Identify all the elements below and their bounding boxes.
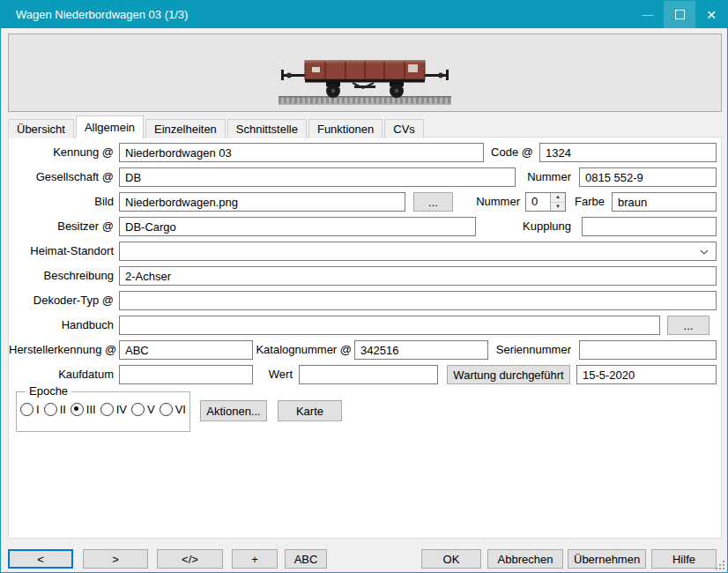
code-input[interactable] <box>539 143 717 162</box>
tab-cvs[interactable]: CVs <box>384 119 424 138</box>
radio-icon <box>160 403 173 416</box>
bild-input[interactable] <box>119 192 405 212</box>
maximize-button[interactable] <box>664 1 695 28</box>
aktionen-button[interactable]: Aktionen... <box>200 400 267 421</box>
wagon-image <box>277 42 453 111</box>
beschreibung-label: Beschreibung <box>9 266 114 286</box>
dekoder-typ-input[interactable] <box>119 291 717 310</box>
beschreibung-input[interactable] <box>119 266 717 286</box>
wert-label: Wert <box>212 365 293 384</box>
code-view-button[interactable]: </> <box>157 549 223 569</box>
epoche-radio-3[interactable]: III <box>71 403 96 416</box>
chevron-down-icon <box>700 249 709 255</box>
heimat-standort-label: Heimat-Standort <box>9 242 114 261</box>
handbuch-input[interactable] <box>119 316 660 335</box>
herstellerkennung-input[interactable] <box>119 340 253 360</box>
heimat-standort-combobox[interactable] <box>119 242 717 261</box>
tab-allgemein[interactable]: Allgemein <box>76 115 144 138</box>
farbe-label: Farbe <box>520 192 605 212</box>
tab-strip: Übersicht Allgemein Einzelheiten Schnitt… <box>8 115 424 138</box>
epoche-radio-2[interactable]: II <box>44 403 66 416</box>
handbuch-browse-button[interactable]: ... <box>667 316 709 335</box>
gesellschaft-input[interactable] <box>119 167 516 187</box>
besitzer-input[interactable] <box>119 217 476 236</box>
epoche-legend: Epoche <box>26 384 71 398</box>
abc-button[interactable]: ABC <box>285 549 327 569</box>
radio-icon <box>44 403 57 416</box>
nummer-input[interactable] <box>579 167 717 187</box>
resize-grip[interactable] <box>714 559 724 569</box>
apply-button[interactable]: Übernehmen <box>568 549 646 569</box>
epoche-groupbox: Epoche I II III IV V VI <box>16 391 190 432</box>
ok-button[interactable]: OK <box>421 549 481 569</box>
radio-icon <box>20 403 33 416</box>
radio-icon <box>100 403 114 416</box>
epoche-radio-4[interactable]: IV <box>100 403 127 416</box>
help-button[interactable]: Hilfe <box>651 549 717 569</box>
wert-input[interactable] <box>299 365 438 384</box>
epoche-radio-5-label: V <box>147 403 155 416</box>
karte-button[interactable]: Karte <box>278 400 342 421</box>
epoche-radio-1[interactable]: I <box>20 403 40 416</box>
tab-page-allgemein: Kennung @ Code @ Gesellschaft @ Nummer B… <box>8 137 722 539</box>
epoche-radio-1-label: I <box>36 403 40 416</box>
dekoder-typ-label: Dekoder-Typ @ <box>9 291 114 310</box>
add-button[interactable]: + <box>232 549 278 569</box>
tab-funktionen[interactable]: Funktionen <box>308 119 383 138</box>
titlebar[interactable]: Wagen Niederbordwagen 03 (1/3) — ✕ <box>1 1 727 28</box>
kaufdatum-label: Kaufdatum <box>9 365 114 384</box>
radio-icon <box>71 403 84 416</box>
kennung-input[interactable] <box>119 143 484 162</box>
kupplung-input[interactable] <box>582 217 717 236</box>
gesellschaft-label: Gesellschaft @ <box>9 167 114 187</box>
handbuch-label: Handbuch <box>9 316 114 335</box>
wartung-datum-input[interactable] <box>576 365 717 384</box>
epoche-radio-5[interactable]: V <box>131 403 155 416</box>
epoche-radio-3-label: III <box>86 403 96 416</box>
besitzer-label: Besitzer @ <box>9 217 114 236</box>
wartung-durchgefuehrt-button[interactable]: Wartung durchgeführt <box>447 365 570 384</box>
seriennummer-label: Seriennummer <box>467 340 571 360</box>
close-icon: ✕ <box>706 8 717 22</box>
nummer-label: Nummer <box>467 167 571 187</box>
epoche-radio-6-label: VI <box>175 403 186 416</box>
tab-uebersicht[interactable]: Übersicht <box>8 119 74 138</box>
epoche-radio-6[interactable]: VI <box>160 403 186 416</box>
window-title: Wagen Niederbordwagen 03 (1/3) <box>16 1 188 28</box>
next-record-button[interactable]: > <box>83 549 148 569</box>
farbe-input[interactable] <box>612 192 717 212</box>
bild-label: Bild <box>9 192 114 212</box>
seriennummer-input[interactable] <box>579 340 717 360</box>
epoche-radio-4-label: IV <box>116 403 127 416</box>
maximize-icon <box>675 10 685 19</box>
tab-einzelheiten[interactable]: Einzelheiten <box>145 119 226 138</box>
radio-icon <box>131 403 145 416</box>
herstellerkennung-label: Herstellerkennung @ <box>9 340 114 360</box>
tab-schnittstelle[interactable]: Schnittstelle <box>227 119 307 138</box>
epoche-radio-group: I II III IV V VI <box>20 403 186 416</box>
kennung-label: Kennung @ <box>9 143 114 162</box>
prev-record-button[interactable]: < <box>8 549 73 569</box>
kupplung-label: Kupplung <box>467 217 571 236</box>
nummer-spin-label: Nummer <box>416 192 520 212</box>
cancel-button[interactable]: Abbrechen <box>487 549 563 569</box>
minimize-icon: — <box>643 8 654 21</box>
close-button[interactable]: ✕ <box>695 1 727 28</box>
katalognummer-label: Katalognummer @ <box>247 340 352 360</box>
dialog-window: Wagen Niederbordwagen 03 (1/3) — ✕ <box>0 0 728 573</box>
minimize-button[interactable]: — <box>632 1 664 28</box>
epoche-radio-2-label: II <box>60 403 66 416</box>
wagon-image-panel <box>8 33 722 112</box>
code-label: Code @ <box>432 143 533 162</box>
